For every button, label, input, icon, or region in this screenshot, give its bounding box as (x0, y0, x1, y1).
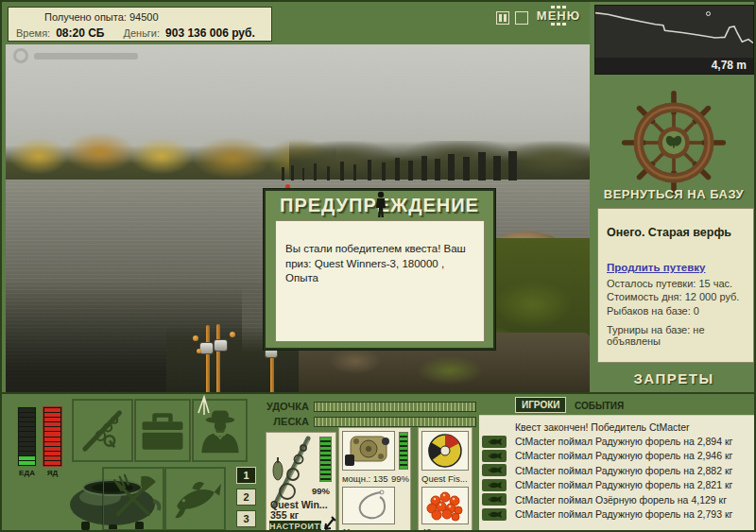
chat-message-text: CtMacter поймал Озёрную форель на 4,129 … (515, 494, 727, 506)
rod-load-value: 355 кг (270, 509, 299, 521)
bait-ball (197, 349, 201, 353)
chat-message-text: CtMacter поймал Радужную форель на 2,793… (515, 508, 732, 520)
reel-2 (214, 339, 228, 352)
fish-icon (482, 464, 507, 476)
money-label: Деньги: (123, 27, 160, 39)
panel-divider (2, 392, 756, 394)
quest-lure-item[interactable] (421, 431, 469, 471)
tacklebox-button[interactable] (135, 400, 190, 461)
reel-power: мощн.: 135 (342, 473, 388, 484)
quest-ball-image (422, 432, 468, 470)
tab-players[interactable]: ИГРОКИ (515, 397, 566, 413)
location-name: Онего. Старая верфь (607, 226, 745, 239)
time-label: Время: (16, 27, 50, 39)
fisherman-silhouette-icon (370, 191, 391, 219)
chat-message-text: CtMacter поймал Радужную форель на 2,946… (515, 450, 732, 461)
rod-slot-3[interactable]: 3 (236, 510, 256, 527)
chat-message: CtMacter поймал Радужную форель на 2,946… (479, 449, 756, 463)
reel-durability-bar (399, 432, 408, 470)
fish-icon (482, 450, 507, 462)
extend-ticket-link[interactable]: Продлить путевку (607, 262, 705, 273)
hook-count: 11 шт. (342, 526, 367, 532)
rod-durability-bar (319, 437, 332, 482)
pause-icon[interactable] (496, 11, 509, 25)
depth-value: 4,78 m (712, 59, 747, 72)
ticket-remaining: Осталось путевки: 15 час. (607, 278, 745, 289)
status-info-panel: Получено опыта: 94500 Время: 08:20 СБ Де… (8, 7, 272, 42)
equipped-rod-panel[interactable]: 99% Quest Win... 355 кг НАСТРОИТЬ (266, 432, 336, 531)
cast-arrow-icon[interactable] (323, 516, 336, 531)
rod-slot-2[interactable]: 2 (236, 489, 256, 506)
day-cost: Стоимость дня: 12 000 руб. (607, 291, 745, 302)
caviar-image (422, 488, 468, 523)
knife-fork-icon (108, 473, 159, 524)
line-load-label: ЛЕСКА (266, 416, 309, 427)
poison-gauge (43, 406, 62, 467)
bait-count: 42 шт. (421, 526, 447, 532)
chat-message-text: CtMacter поймал Радужную форель на 2,894… (515, 436, 732, 447)
experience-gained: Получено опыта: 94500 (16, 10, 264, 23)
rod-menu-button[interactable] (73, 400, 132, 461)
hook-item[interactable] (342, 487, 395, 524)
reel-1 (199, 342, 214, 354)
depth-chart: 4,78 m (594, 5, 754, 75)
fishers-on-base: Рыбаков на базе: 0 (607, 305, 745, 317)
chat-message-text: CtMacter поймал Радужную форель на 2,821… (515, 479, 732, 490)
chat-message: CtMacter поймал Радужную форель на 2,793… (479, 506, 756, 521)
chat-message: Квест закончен! Победитель CtMacter (479, 420, 756, 434)
watermark (13, 48, 155, 65)
fish-icon (170, 474, 221, 523)
configure-button[interactable]: НАСТРОИТЬ (269, 521, 321, 532)
reel-image (343, 432, 394, 470)
bans-button[interactable]: ЗАПРЕТЫ (590, 370, 756, 386)
rod-load-label: УДОЧКА (266, 401, 309, 412)
direction-arrow-icon (196, 395, 212, 415)
time-value: 08:20 СБ (56, 26, 104, 40)
fish-icon (482, 508, 507, 521)
planted-rod-1[interactable] (206, 325, 210, 394)
return-to-base-button[interactable]: ВЕРНУТЬСЯ НА БАЗУ (590, 187, 756, 201)
dialog-message: Вы стали победителем квеста! Ваш приз: Q… (275, 220, 485, 342)
fish-icon (482, 493, 507, 506)
line-load-bar (314, 417, 476, 427)
lure-bait-panel: Quest Fis... 42 шт. (418, 427, 472, 531)
reel-hook-panel: мощн.: 135 99% 11 шт. (338, 427, 411, 531)
chat-message: CtMacter поймал Радужную форель на 2,894… (479, 434, 756, 448)
fish-icon (482, 479, 507, 491)
ship-wheel-icon[interactable] (619, 90, 729, 196)
tournaments-on-base: Турниры на базе: не объявлены (607, 324, 745, 347)
bait-ball (230, 332, 235, 337)
food-gauge-label: ЕДА (17, 469, 37, 477)
reel-durability: 99% (391, 473, 409, 484)
hook-image (343, 488, 394, 523)
food-gauge (17, 406, 37, 467)
bait-item[interactable] (421, 487, 469, 524)
bait-ball (193, 335, 198, 341)
rod-slot-1[interactable]: 1 (236, 467, 256, 484)
rod-load-bar (314, 402, 476, 412)
chat-message-text: Квест закончен! Победитель CtMacter (515, 421, 690, 433)
fishing-rod-icon (78, 406, 128, 455)
base-info-panel: Онего. Старая верфь Продлить путевку Ост… (597, 208, 754, 363)
chat-message-text: CtMacter поймал Радужную форель на 2,882… (515, 465, 732, 476)
chat-log[interactable]: Квест закончен! Победитель CtMacter CtMa… (479, 415, 756, 532)
old-pier-pilings (278, 143, 535, 182)
keepnet-button[interactable] (165, 468, 225, 530)
planted-rod-2[interactable] (216, 324, 220, 394)
tacklebox-icon (139, 409, 186, 453)
depth-profile-line (595, 13, 753, 43)
fish-icon (482, 436, 507, 448)
rod-durability: 99% (312, 486, 330, 496)
warning-dialog[interactable]: ПРЕДУПРЕЖДЕНИЕ Вы стали победителем квес… (264, 189, 495, 350)
game-window: Получено опыта: 94500 Время: 08:20 СБ Де… (0, 0, 756, 532)
menu-label: МЕНЮ (532, 9, 585, 23)
chat-message: CtMacter поймал Озёрную форель на 4,129 … (479, 492, 756, 506)
gear-teeth-icon (532, 23, 585, 26)
sound-icon[interactable] (515, 11, 528, 25)
menu-button[interactable]: МЕНЮ (532, 6, 585, 26)
lure-name: Quest Fis... (421, 473, 468, 484)
tab-events[interactable]: СОБЫТИЯ (569, 399, 629, 413)
reel-item[interactable] (342, 431, 395, 471)
chat-message-list: Квест закончен! Победитель CtMacter CtMa… (479, 420, 756, 522)
food-menu-button[interactable] (103, 468, 163, 530)
